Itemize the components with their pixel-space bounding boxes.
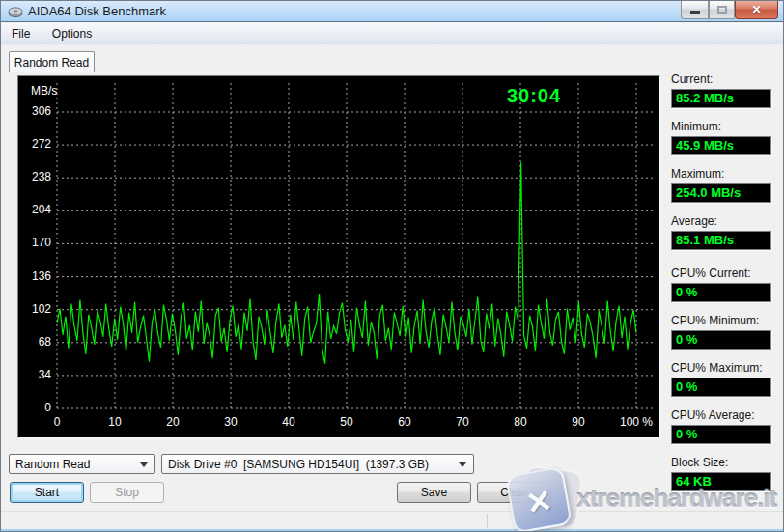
benchmark-plot: [18, 76, 659, 437]
close-icon: ✕: [736, 3, 777, 16]
stat-average: Average: 85.1 MB/s: [671, 214, 771, 250]
stat-cpu-maximum: CPU% Maximum: 0 %: [671, 361, 771, 397]
start-button[interactable]: Start: [10, 482, 84, 503]
benchmark-chart-panel: MB/s 30:04 30627223820417013610268340 01…: [17, 75, 660, 438]
drive-select-value: Disk Drive #0 [SAMSUNG HD154UI] (1397.3 …: [168, 458, 429, 471]
stat-minimum: Minimum: 45.9 MB/s: [671, 120, 771, 155]
stat-label: Block Size:: [671, 456, 771, 469]
stat-cpu-current: CPU% Current: 0 %: [671, 266, 771, 302]
tab-label: Random Read: [14, 56, 89, 70]
stat-value: 0 %: [671, 425, 771, 444]
maximize-icon: [717, 6, 727, 14]
menu-options[interactable]: Options: [43, 23, 100, 41]
stat-value: 64 KB: [671, 472, 771, 491]
stat-label: Maximum:: [671, 167, 771, 181]
stat-value: 85.1 MB/s: [671, 231, 771, 250]
save-button[interactable]: Save: [397, 482, 471, 503]
clear-button[interactable]: Clear: [477, 482, 551, 503]
elapsed-time: 30:04: [481, 85, 587, 107]
app-window: AIDA64 Disk Benchmark ✕ File Options Ran…: [0, 0, 784, 532]
stat-value: 0 %: [671, 283, 771, 302]
stat-label: CPU% Maximum:: [671, 361, 771, 375]
status-bar: [1, 511, 783, 529]
menu-file[interactable]: File: [3, 23, 39, 41]
tab-random-read[interactable]: Random Read: [9, 51, 95, 72]
stat-maximum: Maximum: 254.0 MB/s: [671, 167, 771, 203]
minimize-icon: [690, 11, 700, 14]
caption-buttons: ✕: [681, 1, 778, 19]
window-title: AIDA64 Disk Benchmark: [28, 4, 166, 18]
stat-value: 0 %: [671, 378, 771, 397]
stat-value: 85.2 MB/s: [671, 89, 771, 108]
stat-label: CPU% Average:: [671, 408, 771, 422]
stat-label: CPU% Minimum:: [671, 314, 771, 327]
stat-label: CPU% Current:: [671, 266, 771, 280]
menu-bar: File Options: [1, 23, 783, 45]
y-axis-unit-label: MB/s: [31, 84, 57, 98]
stat-label: Average:: [671, 214, 771, 228]
stop-button[interactable]: Stop: [90, 482, 164, 503]
stat-value: 0 %: [671, 330, 771, 350]
stat-label: Minimum:: [671, 120, 771, 133]
stat-current: Current: 85.2 MB/s: [671, 72, 771, 108]
test-type-select[interactable]: Random Read: [9, 454, 155, 474]
stat-value: 45.9 MB/s: [671, 136, 771, 155]
stat-label: Current:: [671, 72, 771, 86]
disk-icon: [8, 5, 23, 17]
chevron-down-icon: [459, 462, 466, 467]
title-bar: AIDA64 Disk Benchmark ✕: [1, 1, 783, 22]
stat-cpu-minimum: CPU% Minimum: 0 %: [671, 314, 771, 350]
chevron-down-icon: [140, 462, 148, 467]
maximize-button[interactable]: [709, 1, 735, 19]
stat-cpu-average: CPU% Average: 0 %: [671, 408, 771, 444]
minimize-button[interactable]: [681, 1, 709, 19]
status-bar-divider: [487, 514, 488, 528]
close-button[interactable]: ✕: [735, 1, 778, 19]
stat-value: 254.0 MB/s: [671, 183, 771, 203]
test-type-value: Random Read: [15, 458, 90, 471]
drive-select[interactable]: Disk Drive #0 [SAMSUNG HD154UI] (1397.3 …: [161, 454, 474, 474]
stat-block-size: Block Size: 64 KB: [671, 456, 771, 491]
